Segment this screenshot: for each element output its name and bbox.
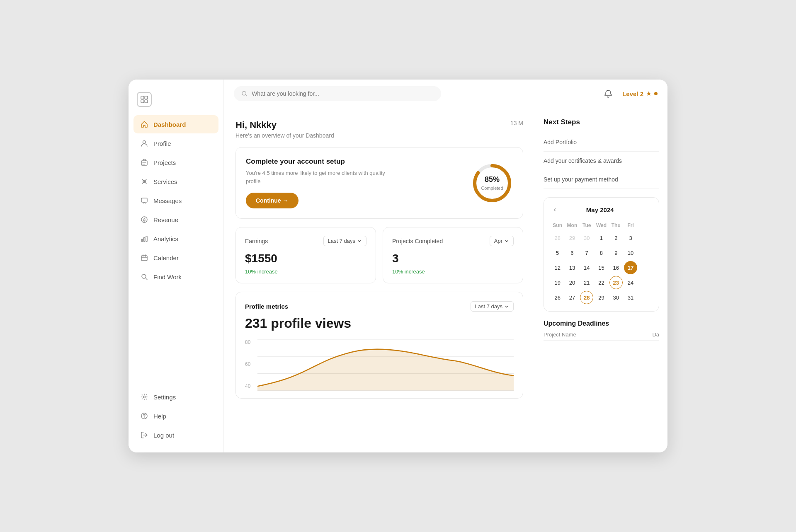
chart-svg <box>257 339 514 391</box>
cal-day-event[interactable]: 23 <box>609 276 623 289</box>
deadlines-col1: Project Name <box>544 331 576 338</box>
sidebar-item-profile[interactable]: Profile <box>133 134 218 152</box>
cal-day[interactable]: 28 <box>551 231 564 244</box>
sidebar-item-label: Projects <box>153 159 176 166</box>
cal-day[interactable]: 8 <box>595 246 608 259</box>
earnings-label: Earnings <box>245 238 268 244</box>
sidebar-item-projects[interactable]: Projects <box>133 153 218 172</box>
next-step-item[interactable]: Set up your payment method <box>544 170 659 189</box>
chart-area: 80 60 40 <box>245 339 514 389</box>
cal-day[interactable]: 16 <box>609 261 623 274</box>
cal-day[interactable]: 6 <box>565 246 579 259</box>
metrics-views: 231 profile views <box>245 316 514 331</box>
cal-day-today[interactable]: 17 <box>624 261 637 274</box>
sidebar-item-analytics[interactable]: Analytics <box>133 230 218 248</box>
chevron-down-icon <box>504 304 509 309</box>
cal-day[interactable]: 10 <box>624 246 637 259</box>
sidebar-item-label: Messages <box>153 197 182 204</box>
cal-day[interactable]: 31 <box>624 291 637 304</box>
projects-card: Projects Completed Apr 3 10% increase <box>383 227 523 283</box>
earnings-filter[interactable]: Last 7 days <box>323 236 367 246</box>
cal-day[interactable]: 24 <box>624 276 637 289</box>
chart-y-labels: 80 60 40 <box>245 339 250 389</box>
progress-text: 85% Completed <box>481 175 503 191</box>
cal-day[interactable]: 9 <box>609 246 623 259</box>
sidebar-item-services[interactable]: Services <box>133 172 218 191</box>
chevron-down-icon <box>504 239 509 244</box>
sidebar-item-settings[interactable]: Settings <box>133 388 218 406</box>
cal-day[interactable]: 15 <box>595 261 608 274</box>
cal-day[interactable]: 2 <box>609 231 623 244</box>
projects-icon <box>140 158 148 167</box>
cal-day[interactable]: 29 <box>595 291 608 304</box>
setup-card-description: You're 4.5 times more likely to get more… <box>246 169 395 185</box>
analytics-icon <box>140 235 148 243</box>
deadlines-title: Upcoming Deadlines <box>544 320 659 327</box>
cal-day[interactable]: 26 <box>551 291 564 304</box>
cal-day[interactable]: 27 <box>565 291 579 304</box>
level-text: Level 2 <box>622 90 643 97</box>
cal-day[interactable]: 22 <box>595 276 608 289</box>
projects-filter[interactable]: Apr <box>490 236 514 246</box>
svg-point-13 <box>142 274 146 278</box>
cal-day-header: Wed <box>595 221 608 230</box>
sidebar-bottom: Settings Help <box>129 388 223 444</box>
cal-day[interactable]: 20 <box>565 276 579 289</box>
cal-day[interactable]: 30 <box>580 231 593 244</box>
svg-point-14 <box>143 396 146 398</box>
calendar-title: May 2024 <box>586 206 614 213</box>
sidebar: Dashboard Profile <box>129 80 224 452</box>
progress-circle: 85% Completed <box>471 162 513 204</box>
dot-icon <box>654 92 658 95</box>
cal-day[interactable]: 14 <box>580 261 593 274</box>
cal-day[interactable]: 1 <box>595 231 608 244</box>
sidebar-item-help[interactable]: Help <box>133 407 218 425</box>
next-step-item[interactable]: Add Portfolio <box>544 133 659 152</box>
dashboard-icon <box>140 120 148 128</box>
cal-day[interactable]: 12 <box>551 261 564 274</box>
sidebar-item-calender[interactable]: Calender <box>133 249 218 267</box>
setup-card-title: Complete your account setup <box>246 157 395 166</box>
next-step-item[interactable]: Add your certificates & awards <box>544 152 659 170</box>
sidebar-item-logout[interactable]: Log out <box>133 426 218 444</box>
cal-day[interactable]: 21 <box>580 276 593 289</box>
projects-label: Projects Completed <box>392 238 443 244</box>
cal-day-header: Thu <box>609 221 623 230</box>
earnings-card: Earnings Last 7 days $1550 10% increase <box>235 227 376 283</box>
calendar-header: ‹ May 2024 <box>551 204 652 215</box>
svg-rect-12 <box>141 256 147 261</box>
cal-day[interactable]: 30 <box>609 291 623 304</box>
cal-day[interactable]: 3 <box>624 231 637 244</box>
deadlines-section: Upcoming Deadlines Project Name Da <box>544 320 659 341</box>
sidebar-item-label: Analytics <box>153 235 178 242</box>
star-icon <box>646 91 652 97</box>
stats-row: Earnings Last 7 days $1550 10% increase <box>235 227 523 283</box>
svg-point-18 <box>654 92 658 95</box>
search-icon <box>241 90 248 97</box>
sidebar-item-dashboard[interactable]: Dashboard <box>133 115 218 133</box>
notification-bell[interactable] <box>601 86 616 101</box>
svg-rect-10 <box>144 237 145 242</box>
cal-day-event[interactable]: 28 <box>580 291 593 304</box>
sidebar-item-messages[interactable]: Messages <box>133 191 218 210</box>
cal-day[interactable]: 13 <box>565 261 579 274</box>
messages-icon <box>140 196 148 205</box>
settings-icon <box>140 393 148 401</box>
content-main: Hi, Nkkky Here's an overview of your Das… <box>224 108 535 452</box>
cal-day[interactable]: 7 <box>580 246 593 259</box>
cal-day[interactable]: 19 <box>551 276 564 289</box>
deadlines-col2: Da <box>652 331 659 338</box>
metrics-filter[interactable]: Last 7 days <box>471 301 514 312</box>
search-bar[interactable] <box>234 86 441 101</box>
header: Level 2 <box>224 80 667 108</box>
setup-card: Complete your account setup You're 4.5 t… <box>235 147 523 219</box>
search-input[interactable] <box>252 90 434 97</box>
sidebar-item-label: Revenue <box>153 216 178 223</box>
cal-day[interactable]: 29 <box>565 231 579 244</box>
sidebar-item-findwork[interactable]: Find Work <box>133 268 218 286</box>
cal-prev-button[interactable]: ‹ <box>551 204 559 215</box>
sidebar-item-revenue[interactable]: Revenue <box>133 210 218 229</box>
cal-day[interactable]: 5 <box>551 246 564 259</box>
main-area: Level 2 Hi, Nkkky Here's an overview of <box>224 80 667 452</box>
continue-button[interactable]: Continue → <box>246 193 298 208</box>
